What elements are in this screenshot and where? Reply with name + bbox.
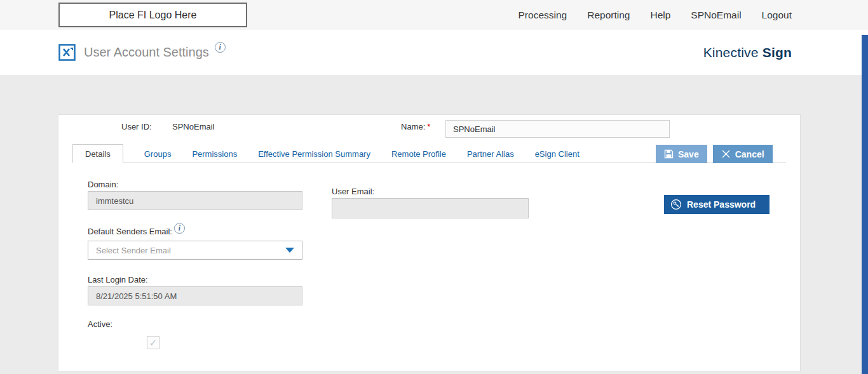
sender-email-select[interactable]: Select Sender Email — [88, 241, 302, 260]
active-label: Active: — [88, 319, 112, 329]
name-label-text: Name: — [401, 122, 425, 131]
last-login-label: Last Login Date: — [88, 275, 148, 284]
top-bar: Place FI Logo Here Processing Reporting … — [0, 0, 868, 30]
tab-details[interactable]: Details — [72, 144, 123, 163]
brand-name: Kinective — [703, 45, 759, 60]
user-email-input — [332, 198, 529, 218]
check-icon: ✓ — [149, 337, 158, 349]
nav-reporting[interactable]: Reporting — [587, 10, 630, 21]
name-label: Name:* — [401, 122, 430, 131]
reset-password-label: Reset Password — [687, 199, 756, 210]
cancel-button[interactable]: Cancel — [713, 145, 773, 163]
user-id-label: User ID: — [121, 122, 152, 131]
default-senders-email-label-text: Default Senders Email: — [88, 227, 172, 236]
save-button[interactable]: Save — [656, 145, 707, 163]
page-title: User Account Settings — [84, 45, 209, 60]
page-header: User Account Settings i Kinective Sign — [0, 30, 868, 75]
key-icon — [670, 199, 682, 210]
tab-bar: Details Groups Permissions Effective Per… — [72, 144, 628, 163]
sender-email-placeholder: Select Sender Email — [96, 246, 285, 255]
tab-esign-client[interactable]: eSign Client — [535, 149, 580, 159]
tab-permissions[interactable]: Permissions — [192, 149, 237, 159]
tab-effective-permission-summary[interactable]: Effective Permission Summary — [258, 149, 370, 159]
fi-logo-placeholder: Place FI Logo Here — [58, 3, 247, 27]
last-login-input — [88, 286, 302, 305]
user-settings-icon — [58, 44, 76, 61]
brand-logo: Kinective Sign — [703, 45, 792, 60]
domain-input — [88, 191, 302, 210]
vertical-scrollbar[interactable] — [862, 35, 868, 374]
user-account-card: User ID: SPNoEmail Name:* Details Groups… — [58, 114, 801, 371]
reset-password-button[interactable]: Reset Password — [664, 195, 770, 214]
user-id-value: SPNoEmail — [172, 122, 214, 131]
fi-logo-text: Place FI Logo Here — [109, 10, 197, 21]
top-nav: Processing Reporting Help SPNoEmail Logo… — [519, 10, 792, 21]
required-asterisk: * — [427, 122, 430, 131]
action-buttons: Save Cancel — [656, 145, 773, 163]
cancel-button-label: Cancel — [735, 149, 764, 159]
senders-email-info-icon[interactable]: i — [174, 223, 185, 234]
brand-product: Sign — [763, 45, 792, 60]
tab-groups[interactable]: Groups — [144, 149, 172, 159]
nav-help[interactable]: Help — [650, 10, 670, 21]
tab-partner-alias[interactable]: Partner Alias — [467, 149, 514, 159]
chevron-down-icon — [285, 248, 294, 253]
nav-processing[interactable]: Processing — [519, 10, 567, 21]
save-button-label: Save — [678, 149, 699, 159]
title-info-icon[interactable]: i — [215, 42, 226, 53]
domain-label: Domain: — [88, 180, 118, 189]
name-input[interactable] — [445, 120, 670, 138]
nav-username[interactable]: SPNoEmail — [691, 10, 741, 21]
user-email-label: User Email: — [332, 187, 374, 196]
nav-logout[interactable]: Logout — [762, 10, 792, 21]
active-checkbox[interactable]: ✓ — [147, 336, 159, 349]
save-floppy-icon — [664, 149, 674, 159]
content-area: User ID: SPNoEmail Name:* Details Groups… — [0, 75, 868, 374]
default-senders-email-label: Default Senders Email: — [88, 227, 172, 236]
tab-remote-profile[interactable]: Remote Profile — [391, 149, 446, 159]
cancel-x-icon — [721, 149, 731, 159]
